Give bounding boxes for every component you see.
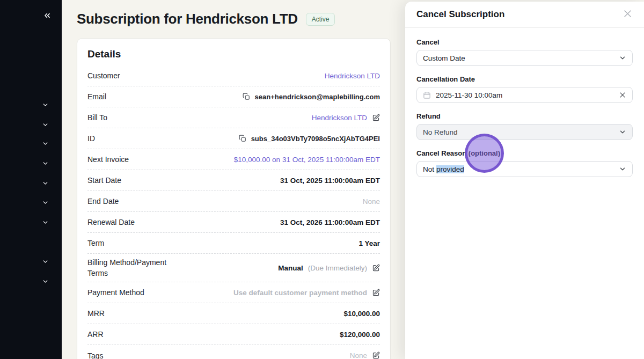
row-label: ID (87, 133, 95, 144)
row-label: Bill To (87, 112, 107, 123)
chevron-down-icon (42, 277, 49, 287)
chevron-down-icon (42, 258, 49, 267)
panel-body: Cancel Custom Date Cancellation Date 202… (405, 28, 644, 187)
chevron-down-icon (42, 179, 49, 189)
cancel-reason-select[interactable]: Notprovided (416, 161, 633, 177)
subscription-id-value: subs_34o03VbTy7098o5ncXjAbTG4PEI (251, 134, 380, 144)
edit-icon[interactable] (372, 289, 380, 297)
customer-link[interactable]: Hendrickson LTD (325, 71, 380, 81)
clear-icon[interactable] (619, 91, 626, 99)
detail-row-customer: Customer Hendrickson LTD (87, 65, 380, 86)
row-label: Customer (87, 70, 120, 81)
sidebar-nav-item[interactable] (41, 102, 49, 109)
detail-row-bill-to: Bill To Hendrickson LTD (87, 107, 380, 128)
chevron-down-icon (42, 121, 49, 130)
tags-value: None (350, 350, 367, 359)
status-badge: Active (306, 13, 335, 26)
detail-row-email: Email sean+hendrickson@maplebilling.com (87, 86, 380, 107)
term-value: 1 Year (358, 238, 380, 248)
close-icon (623, 9, 633, 21)
chevron-down-icon (619, 128, 626, 136)
main-content: Subscription for Hendrickson LTD Active … (62, 0, 405, 359)
refund-select[interactable]: No Refund (416, 124, 633, 140)
double-chevron-left-icon (43, 11, 52, 22)
copy-icon[interactable] (239, 135, 246, 142)
cancellation-date-label: Cancellation Date (416, 75, 633, 83)
bill-to-link[interactable]: Hendrickson LTD (312, 113, 367, 123)
sidebar-nav-item[interactable] (41, 160, 49, 168)
cancel-field-label: Cancel (416, 38, 633, 46)
details-card: Details Customer Hendrickson LTD Email s… (77, 38, 391, 359)
chevron-down-icon (42, 199, 49, 208)
chevron-down-icon (42, 159, 49, 169)
detail-row-mrr: MRR $10,000.00 (87, 303, 380, 324)
cancellation-date-input[interactable]: 2025-11-30 10:00am (416, 87, 633, 103)
copy-icon[interactable] (243, 93, 250, 100)
chevron-down-icon (42, 218, 49, 228)
chevron-down-icon (42, 140, 49, 149)
edit-icon[interactable] (372, 264, 380, 272)
detail-row-renewal-date: Renewal Date 31 Oct, 2026 11:00:00am EDT (87, 212, 380, 233)
arr-value: $120,000.00 (340, 329, 380, 340)
refund-field-label: Refund (416, 112, 633, 120)
row-label: Email (87, 91, 106, 102)
panel-title: Cancel Subscription (416, 9, 504, 20)
payment-method-value: Use default customer payment method (233, 288, 367, 298)
detail-row-billing-method: Billing Method/Payment Terms Manual (Due… (87, 254, 380, 282)
cancel-reason-label: Cancel Reason (optional) (416, 149, 633, 157)
sidebar-nav-item[interactable] (41, 122, 49, 129)
row-label: Tags (87, 350, 104, 359)
row-label: Start Date (87, 175, 121, 186)
mrr-value: $10,000.00 (343, 309, 380, 319)
chevron-down-icon (619, 165, 626, 173)
start-date-value: 31 Oct, 2025 11:00:00am EDT (280, 175, 380, 186)
cancel-reason-value: Notprovided (423, 165, 619, 173)
page-header: Subscription for Hendrickson LTD Active (77, 11, 335, 27)
cancellation-date-value: 2025-11-30 10:00am (436, 91, 619, 99)
sidebar-nav-item[interactable] (41, 200, 49, 207)
row-label: Billing Method/Payment Terms (87, 257, 179, 279)
row-label: MRR (87, 308, 105, 319)
sidebar-nav-item[interactable] (41, 279, 49, 286)
detail-row-id: ID subs_34o03VbTy7098o5ncXjAbTG4PEI (87, 128, 380, 149)
row-label: Term (87, 238, 104, 248)
sidebar-nav-item[interactable] (41, 141, 49, 148)
close-button[interactable] (623, 9, 633, 21)
edit-icon[interactable] (372, 351, 380, 359)
chevron-down-icon (42, 101, 49, 111)
detail-row-start-date: Start Date 31 Oct, 2025 11:00:00am EDT (87, 170, 380, 191)
detail-row-end-date: End Date None (87, 191, 380, 212)
sidebar (0, 0, 62, 359)
calendar-icon (423, 91, 431, 99)
sidebar-nav-item[interactable] (41, 259, 49, 266)
row-label: Payment Method (87, 287, 144, 298)
end-date-value: None (363, 196, 380, 207)
sidebar-nav-item[interactable] (41, 219, 49, 227)
details-card-title: Details (87, 47, 380, 65)
page-title: Subscription for Hendrickson LTD (77, 11, 298, 27)
detail-row-arr: ARR $120,000.00 (87, 324, 380, 345)
row-label: Renewal Date (87, 217, 135, 228)
detail-row-next-invoice: Next Invoice $10,000.00 on 31 Oct, 2025 … (87, 149, 380, 170)
cancel-type-select[interactable]: Custom Date (416, 50, 633, 66)
row-label: End Date (87, 196, 119, 207)
refund-value: No Refund (423, 128, 619, 136)
panel-header: Cancel Subscription (405, 2, 644, 28)
detail-row-term: Term 1 Year (87, 233, 380, 254)
next-invoice-link[interactable]: $10,000.00 on 31 Oct, 2025 11:00:00am ED… (234, 155, 380, 165)
sidebar-collapse-button[interactable] (42, 12, 52, 21)
edit-icon[interactable] (372, 114, 380, 122)
row-label: Next Invoice (87, 154, 129, 165)
cancel-type-value: Custom Date (423, 54, 619, 62)
chevron-down-icon (619, 54, 626, 62)
billing-method-note: (Due Immediately) (308, 263, 367, 273)
detail-row-tags: Tags None (87, 345, 380, 359)
billing-method-value: Manual (278, 263, 303, 273)
email-value: sean+hendrickson@maplebilling.com (255, 92, 380, 102)
renewal-date-value: 31 Oct, 2026 11:00:00am EDT (280, 217, 380, 228)
selected-text: provided (436, 165, 464, 173)
cancel-subscription-panel: Cancel Subscription Cancel Custom Date C… (405, 2, 644, 359)
detail-row-payment-method: Payment Method Use default customer paym… (87, 282, 380, 303)
row-label: ARR (87, 329, 104, 340)
sidebar-nav-item[interactable] (41, 180, 49, 188)
